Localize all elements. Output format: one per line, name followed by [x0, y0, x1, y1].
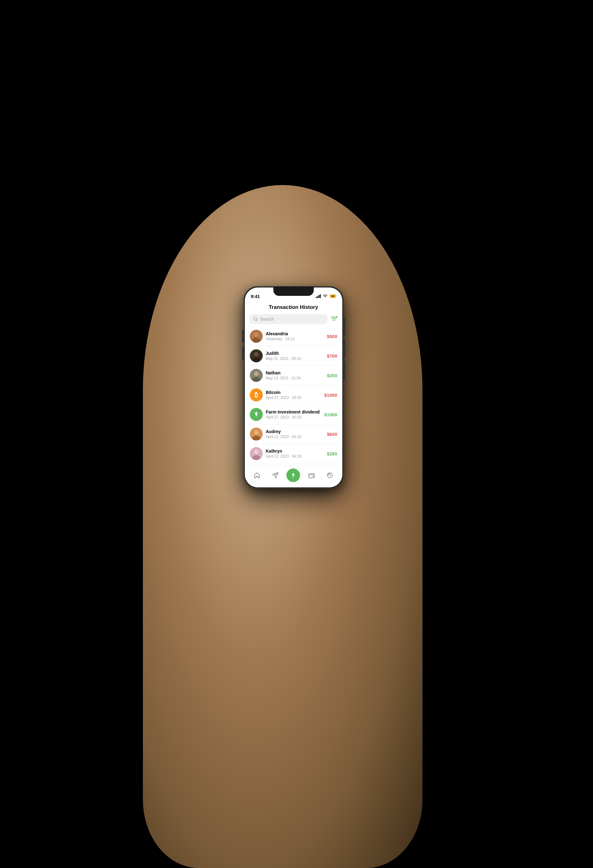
svg-rect-1: [318, 296, 318, 298]
phone-notch: [274, 286, 314, 296]
search-input-placeholder: Search: [260, 317, 324, 322]
transaction-name: Alexandria: [266, 331, 324, 336]
nav-send[interactable]: [268, 468, 282, 482]
phone-screen: 9:41 32: [245, 288, 342, 487]
nav-main[interactable]: [286, 468, 300, 482]
avatar-alexandria: [250, 330, 263, 343]
transaction-date: April 12, 2023 · 04:18: [266, 435, 324, 439]
avatar-farm: [250, 408, 263, 421]
transaction-info: Nathan May 13, 2023 · 21:54: [266, 371, 324, 380]
svg-point-16: [254, 352, 259, 356]
transaction-date: April 12, 2023 · 04:18: [266, 454, 324, 459]
svg-rect-34: [309, 474, 314, 478]
bitcoin-icon: ₿: [255, 391, 258, 399]
transaction-name: Judith: [266, 351, 324, 356]
transaction-name: Kathryn: [266, 449, 324, 453]
transaction-amount: $600: [327, 431, 337, 437]
status-time: 9:41: [251, 294, 260, 299]
nav-history[interactable]: [323, 468, 337, 482]
avatar-nathan: [250, 369, 263, 382]
transaction-info: Farm Investment dividend April 27, 2023 …: [266, 409, 321, 419]
search-bar-row: Search: [245, 314, 342, 324]
transaction-item[interactable]: Farm Investment dividend April 27, 2023 …: [250, 405, 337, 424]
transaction-item[interactable]: Kathryn April 12, 2023 · 04:18 $260: [250, 444, 337, 464]
transaction-info: Kathryn April 12, 2023 · 04:18: [266, 449, 324, 459]
battery-level: 32: [330, 294, 336, 298]
farm-logo-icon: [253, 411, 260, 418]
avatar-audrey: [250, 428, 263, 440]
wifi-icon: [323, 294, 328, 298]
svg-point-28: [254, 450, 259, 454]
transaction-amount: $1000: [324, 412, 337, 417]
phone-outer-shell: 9:41 32: [244, 286, 343, 488]
transaction-name: Audrey: [266, 429, 324, 434]
status-icons: 32: [316, 294, 336, 298]
transaction-info: Judith May 31, 2023 · 09:13: [266, 351, 324, 361]
signal-icon: [316, 294, 321, 298]
svg-rect-2: [319, 295, 319, 298]
page-title: Transaction History: [245, 301, 342, 314]
transaction-amount: $700: [327, 353, 337, 359]
transaction-info: Alexandria Yesterday · 19:12: [266, 331, 324, 341]
transaction-amount: $500: [327, 334, 337, 339]
transaction-item[interactable]: ₿ Bitcoin April 27, 2023 · 20:29 $1000: [250, 385, 337, 405]
filter-icon[interactable]: [331, 316, 337, 323]
avatar-bitcoin: ₿: [250, 388, 263, 402]
transaction-date: Yesterday · 19:12: [266, 337, 324, 341]
transaction-date: May 13, 2023 · 21:54: [266, 376, 324, 380]
nav-home[interactable]: [250, 468, 264, 482]
transaction-name: Farm Investment dividend: [266, 409, 321, 415]
svg-rect-3: [320, 294, 321, 298]
transaction-name: Nathan: [266, 371, 324, 375]
svg-point-12: [254, 332, 259, 337]
search-bar[interactable]: Search: [250, 314, 327, 324]
avatar-judith: [250, 349, 263, 362]
svg-line-5: [256, 320, 257, 321]
transaction-item[interactable]: Alexandria Yesterday · 19:12 $500: [250, 326, 337, 346]
transaction-date: April 27, 2023 · 20:29: [266, 415, 321, 419]
transaction-name: Bitcoin: [266, 390, 321, 395]
svg-point-20: [254, 372, 259, 376]
transaction-amount: $260: [327, 451, 337, 456]
bottom-navigation: [245, 466, 342, 487]
transaction-item[interactable]: John April 12, 2023 · 04:18 $800: [250, 464, 337, 466]
transaction-info: Audrey April 12, 2023 · 04:18: [266, 429, 324, 439]
transaction-info: Bitcoin April 27, 2023 · 20:29: [266, 390, 321, 400]
transaction-item[interactable]: Nathan May 13, 2023 · 21:54 $350: [250, 366, 337, 385]
transaction-amount: $1000: [324, 393, 337, 398]
avatar-kathryn: [250, 447, 263, 460]
transaction-date: April 27, 2023 · 20:29: [266, 396, 321, 400]
transaction-date: May 31, 2023 · 09:13: [266, 356, 324, 361]
transaction-list: Alexandria Yesterday · 19:12 $500: [245, 326, 342, 466]
svg-point-24: [254, 430, 259, 435]
transaction-item[interactable]: Audrey April 12, 2023 · 04:18 $600: [250, 424, 337, 444]
search-icon: [253, 317, 258, 321]
transaction-item[interactable]: Judith May 31, 2023 · 09:13 $700: [250, 346, 337, 366]
nav-wallet[interactable]: [305, 468, 318, 482]
phone-device: 9:41 32: [244, 286, 343, 488]
svg-rect-35: [313, 476, 314, 477]
screen-content: Transaction History Search: [245, 301, 342, 487]
svg-point-9: [336, 316, 337, 317]
svg-rect-0: [316, 297, 317, 298]
transaction-amount: $350: [327, 373, 337, 378]
